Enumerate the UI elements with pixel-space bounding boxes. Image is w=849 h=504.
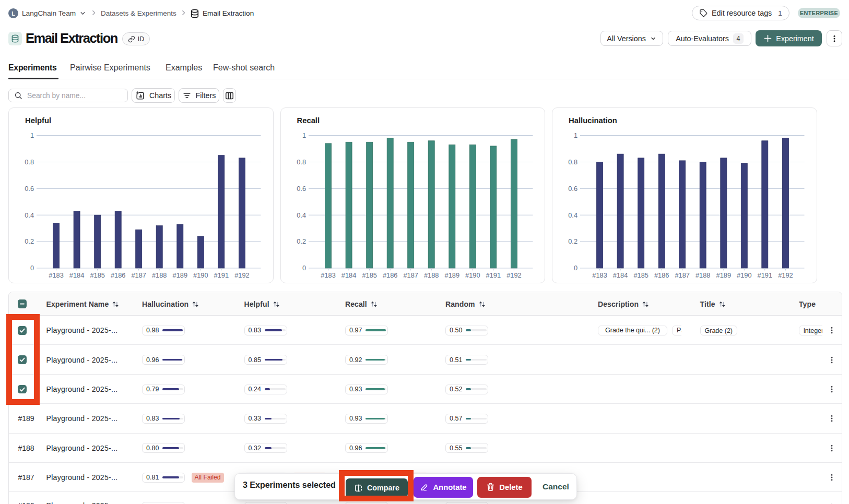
- svg-text:#185: #185: [633, 271, 648, 279]
- svg-text:#191: #191: [486, 271, 500, 279]
- svg-text:#185: #185: [90, 271, 104, 279]
- svg-text:0.8: 0.8: [568, 158, 577, 165]
- svg-text:#192: #192: [778, 271, 793, 279]
- svg-text:#184: #184: [613, 271, 628, 279]
- svg-text:0.4: 0.4: [568, 211, 577, 219]
- svg-text:1: 1: [574, 131, 577, 139]
- svg-text:#184: #184: [69, 271, 84, 279]
- svg-text:0.2: 0.2: [568, 237, 577, 245]
- svg-text:#188: #188: [152, 271, 167, 279]
- svg-text:#183: #183: [49, 271, 63, 279]
- svg-text:0.2: 0.2: [297, 237, 306, 245]
- svg-text:1: 1: [302, 131, 305, 139]
- svg-text:#186: #186: [382, 271, 397, 279]
- svg-text:0.8: 0.8: [25, 158, 34, 165]
- svg-text:0.4: 0.4: [297, 211, 306, 219]
- svg-text:1: 1: [30, 131, 34, 139]
- svg-text:#190: #190: [737, 271, 751, 279]
- svg-text:#189: #189: [173, 271, 187, 279]
- svg-text:#185: #185: [362, 271, 376, 279]
- svg-text:#186: #186: [654, 271, 669, 279]
- svg-text:#192: #192: [506, 271, 521, 279]
- svg-text:#192: #192: [234, 271, 249, 279]
- svg-text:0: 0: [574, 264, 577, 272]
- svg-text:0.2: 0.2: [25, 237, 34, 245]
- svg-text:0.6: 0.6: [568, 184, 577, 192]
- svg-text:#186: #186: [111, 271, 125, 279]
- svg-text:0: 0: [302, 264, 305, 272]
- svg-text:0.4: 0.4: [25, 211, 34, 219]
- svg-text:#191: #191: [214, 271, 229, 279]
- svg-text:#188: #188: [695, 271, 710, 279]
- svg-text:#190: #190: [465, 271, 480, 279]
- svg-text:0.8: 0.8: [297, 158, 306, 165]
- svg-text:#191: #191: [758, 271, 772, 279]
- svg-text:#183: #183: [592, 271, 607, 279]
- svg-text:0.6: 0.6: [25, 184, 34, 192]
- svg-text:#187: #187: [403, 271, 418, 279]
- svg-text:#189: #189: [444, 271, 459, 279]
- svg-text:#189: #189: [716, 271, 731, 279]
- svg-text:0: 0: [30, 264, 34, 272]
- svg-text:#184: #184: [341, 271, 356, 279]
- svg-text:#187: #187: [131, 271, 146, 279]
- svg-text:#190: #190: [193, 271, 208, 279]
- svg-text:#188: #188: [423, 271, 438, 279]
- svg-text:#187: #187: [675, 271, 689, 279]
- svg-text:#183: #183: [321, 271, 335, 279]
- svg-text:0.6: 0.6: [297, 184, 306, 192]
